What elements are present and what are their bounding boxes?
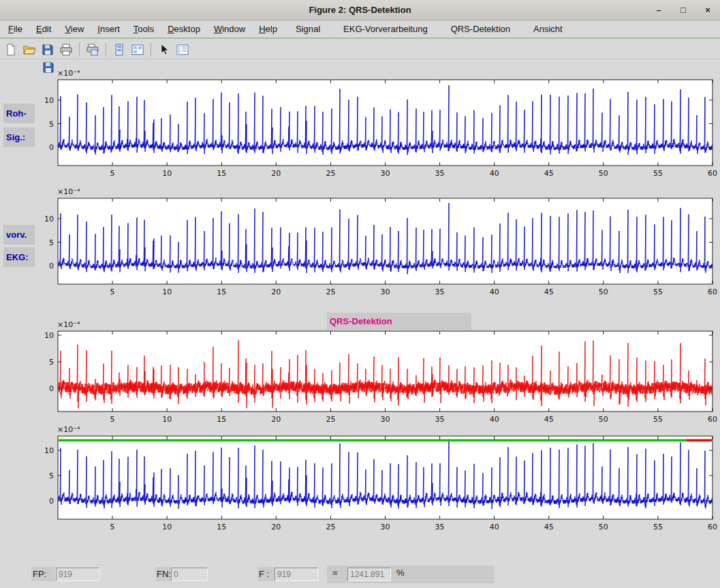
x-tick-label: 30 (381, 415, 390, 424)
toolbar-separator (106, 43, 106, 57)
plots-canvas: 510152025303540455055600510×10⁻⁴51015202… (0, 0, 720, 588)
x-tick-label: 10 (162, 523, 172, 531)
x-tick-label: 55 (653, 169, 663, 178)
plot1-label-sig: Sig.: (3, 127, 35, 147)
x-tick-label: 35 (435, 523, 445, 531)
window-titlebar[interactable]: Figure 2: QRS-Detektion – □ × (0, 0, 720, 20)
close-button[interactable]: × (701, 3, 715, 17)
property-editor-icon[interactable] (174, 42, 191, 58)
x-tick-label: 15 (217, 169, 226, 178)
fn-input[interactable] (171, 568, 208, 581)
x-tick-label: 35 (435, 169, 445, 178)
y-tick-label: 10 (44, 215, 54, 223)
x-tick-label: 35 (435, 288, 445, 296)
qrs-detektion-plot-area (58, 331, 713, 412)
toolbar (0, 40, 720, 59)
x-tick-label: 50 (599, 523, 608, 531)
x-tick-label: 15 (217, 288, 226, 296)
save-icon[interactable] (40, 42, 56, 58)
plot2-label-vorv: vorv. (3, 225, 35, 245)
y-tick-label: 0 (49, 384, 54, 393)
x-tick-label: 15 (217, 523, 226, 531)
menu-insert[interactable]: Insert (91, 20, 127, 38)
maximize-button[interactable]: □ (676, 3, 690, 17)
percent-sign: % (396, 568, 405, 578)
menu-view[interactable]: View (58, 20, 91, 38)
menu-window[interactable]: Window (207, 20, 252, 38)
x-tick-label: 60 (708, 415, 717, 424)
x-tick-label: 20 (271, 415, 281, 424)
plot-browser-icon[interactable] (129, 42, 146, 58)
x-tick-label: 5 (110, 523, 115, 531)
y-tick-label: 5 (49, 238, 54, 247)
window-title: Figure 2: QRS-Detektion (0, 5, 720, 15)
x-tick-label: 50 (599, 415, 608, 424)
y-tick-label: 5 (49, 120, 54, 129)
y-tick-label: 5 (49, 471, 54, 480)
vorverarbeitetes-ekg-plot-area (58, 198, 713, 284)
x-tick-label: 60 (708, 288, 717, 296)
x-tick-label: 10 (162, 415, 172, 424)
x-tick-label: 20 (271, 169, 281, 178)
rate-panel: = % (327, 566, 495, 583)
menu-bar: FileEditViewInsertToolsDesktopWindowHelp… (0, 21, 720, 39)
y-tick-label: 10 (44, 331, 54, 340)
y-tick-label: 5 (49, 358, 54, 367)
new-document-icon[interactable] (3, 42, 19, 58)
open-folder-icon[interactable] (21, 42, 37, 58)
plot2-label-ekg: EKG: (3, 247, 35, 267)
y-exponent-label: ×10⁻⁴ (57, 425, 80, 434)
x-tick-label: 50 (599, 169, 608, 178)
x-tick-label: 5 (110, 415, 115, 424)
menu-ekg-vorverarbeitung[interactable]: EKG-Vorverarbeitung (332, 20, 439, 38)
fp-label: FP: (31, 567, 54, 581)
minimize-button[interactable]: – (652, 3, 666, 17)
rate-input[interactable] (347, 568, 391, 581)
plot1-label-roh: Roh- (3, 104, 35, 123)
toolbar-separator (79, 43, 80, 57)
x-tick-label: 30 (381, 169, 390, 178)
fn-label: FN: (155, 567, 172, 581)
x-tick-label: 55 (653, 415, 663, 424)
save-icon-secondary[interactable] (40, 59, 57, 76)
y-exponent-label: ×10⁻⁴ (57, 69, 80, 78)
x-tick-label: 15 (217, 415, 226, 424)
f-label: F : (257, 567, 275, 581)
detektion-ergebnis-plot-area (58, 436, 713, 519)
equals-sign: = (332, 568, 338, 578)
menu-desktop[interactable]: Desktop (161, 20, 207, 38)
roh-signal-plot-area (58, 80, 713, 166)
menu-tools[interactable]: Tools (127, 20, 161, 38)
x-tick-label: 45 (544, 169, 554, 178)
pointer-icon[interactable] (156, 42, 172, 58)
y-tick-label: 0 (49, 143, 54, 152)
x-tick-label: 60 (708, 523, 717, 531)
y-tick-label: 10 (44, 446, 54, 455)
menu-help[interactable]: Help (252, 20, 284, 38)
y-tick-label: 0 (49, 497, 54, 506)
x-tick-label: 25 (326, 415, 335, 424)
menu-edit[interactable]: Edit (29, 20, 58, 38)
print-icon[interactable] (58, 42, 74, 58)
menu-file[interactable]: File (1, 20, 29, 38)
x-tick-label: 45 (544, 415, 554, 424)
menu-signal[interactable]: Signal (284, 20, 332, 38)
f-input[interactable] (275, 568, 318, 581)
figure-palette-icon[interactable] (111, 42, 127, 58)
x-tick-label: 50 (599, 288, 608, 296)
y-tick-label: 10 (44, 96, 54, 105)
x-tick-label: 10 (162, 169, 172, 178)
fp-input[interactable] (56, 568, 99, 581)
y-exponent-label: ×10⁻⁴ (57, 187, 80, 196)
x-tick-label: 20 (271, 288, 281, 296)
x-tick-label: 40 (490, 415, 499, 424)
x-tick-label: 10 (162, 288, 172, 296)
x-tick-label: 25 (326, 288, 335, 296)
print-preview-icon[interactable] (84, 42, 101, 58)
x-tick-label: 25 (326, 169, 335, 178)
x-tick-label: 45 (544, 523, 554, 531)
y-exponent-label: ×10⁻⁴ (57, 320, 80, 329)
menu-qrs-detektion[interactable]: QRS-Detektion (439, 20, 522, 38)
menu-ansicht[interactable]: Ansicht (522, 20, 574, 38)
toolbar-separator (151, 43, 151, 57)
